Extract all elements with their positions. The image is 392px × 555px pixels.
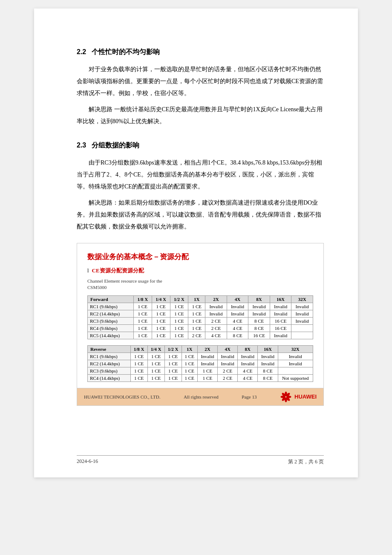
- slide-subtitle: l CE资源分配资源分配: [87, 267, 313, 275]
- huawei-brand-text: HUAWEI: [294, 393, 317, 400]
- forward-label: Forward: [88, 295, 134, 303]
- table-row: RC1 (9.6kbps)1 CE1 CE1 CE1 CEInvalidInva…: [88, 303, 313, 310]
- table-row: RC4 (9.6kbps)1 CE1 CE1 CE1 CE2 CE4 CE8 C…: [88, 324, 313, 332]
- reverse-table: Reverse 1/8 X 1/4 X 1/2 X 1X 2X 4X 8X 16…: [87, 345, 313, 382]
- company-name: HUAWEI TECHNOLOGIES CO., LTD.: [84, 394, 160, 399]
- reverse-label: Reverse: [88, 345, 131, 353]
- footer-date: 2024-6-16: [77, 458, 98, 465]
- slide-note: Channel Element resource usage for the C…: [87, 278, 313, 291]
- table-row: RC4 (14.4kbps)1 CE1 CE1 CE1 CE1 CE2 CE4 …: [88, 374, 313, 382]
- embedded-slide: 数据业务的基本概念－资源分配 l CE资源分配资源分配 Channel Elem…: [77, 243, 324, 406]
- rights-text: All rights reserved: [184, 394, 219, 399]
- footer-page-info: 第 2 页，共 6 页: [288, 458, 324, 465]
- section-2-3: 2.3 分组数据的影响 由于RC3分组数据9.6kbps速率发送，相当占用1个C…: [77, 141, 324, 233]
- paragraph-2-2-2: 解决思路 一般统计基站历史CE历史最高使用数并且与早忙时的1X反向Ce Lice…: [77, 104, 324, 127]
- page: 2.2 个性忙时的不均匀影响 对于业务负载率的计算，一般选取的是早忙时的话务量，…: [34, 9, 358, 477]
- section-heading-2-3: 2.3 分组数据的影响: [77, 141, 324, 150]
- table-row: RC3 (9.6kbps)1 CE1 CE1 CE1 CE1 CE2 CE4 C…: [88, 367, 313, 374]
- table-row: RC5 (14.4kbps)1 CE1 CE1 CE2 CE4 CE8 CE16…: [88, 332, 313, 339]
- page-number: Page 13: [242, 394, 257, 399]
- table-row: RC3 (9.6kbps)1 CE1 CE1 CE1 CE2 CE4 CE8 C…: [88, 317, 313, 324]
- forward-table: Forward 1/8 X 1/4 X 1/2 X 1X 2X 4X 8X 16…: [87, 295, 313, 339]
- page-footer: 2024-6-16 第 2 页，共 6 页: [77, 455, 324, 465]
- slide-footer: HUAWEI TECHNOLOGIES CO., LTD. All rights…: [77, 388, 323, 405]
- huawei-icon: [280, 391, 292, 403]
- huawei-logo: HUAWEI: [280, 391, 317, 403]
- paragraph-2-3-1: 由于RC3分组数据9.6kbps速率发送，相当占用1个CE。38.4 kbps,…: [77, 157, 324, 193]
- table-row: RC1 (9.6kbps)1 CE1 CE1 CE1 CEInvalidInva…: [88, 353, 313, 360]
- paragraph-2-3-2: 解决思路：如果后期分组数据话务的增多，建议对数据高速进行限速或者分流使用DO业务…: [77, 197, 324, 233]
- section-2-2: 2.2 个性忙时的不均匀影响 对于业务负载率的计算，一般选取的是早忙时的话务量，…: [77, 48, 324, 127]
- table-row: RC2 (14.4kbps)1 CE1 CE1 CE1 CEInvalidInv…: [88, 360, 313, 367]
- table-row: RC2 (14.4kbps)1 CE1 CE1 CE1 CEInvalidInv…: [88, 310, 313, 317]
- section-heading-2-2: 2.2 个性忙时的不均匀影响: [77, 48, 324, 57]
- slide-title: 数据业务的基本概念－资源分配: [87, 252, 313, 262]
- paragraph-2-2-1: 对于业务负载率的计算，一般选取的是早忙时的话务量，但地区小区话务忙时不均衡仍然会…: [77, 64, 324, 99]
